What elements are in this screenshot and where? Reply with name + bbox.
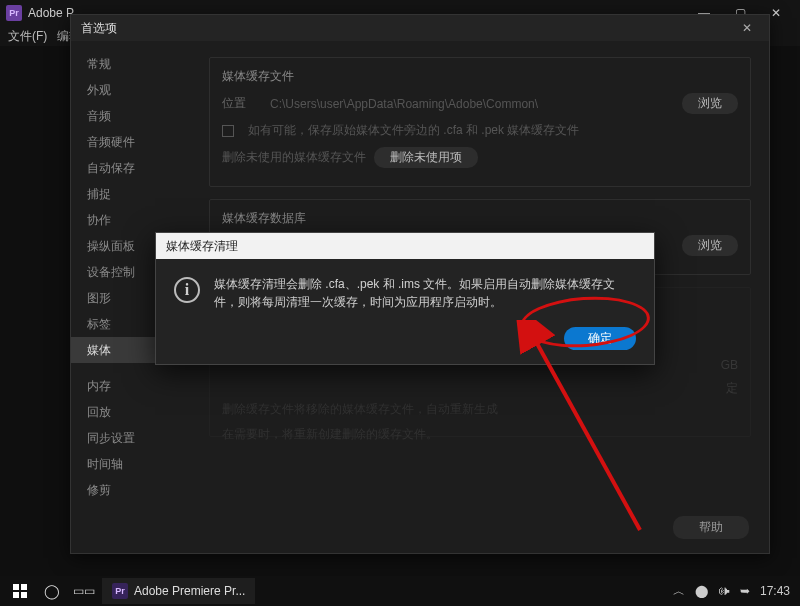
- sidebar-item-audio[interactable]: 音频: [71, 103, 191, 129]
- browse-button[interactable]: 浏览: [682, 93, 738, 114]
- sidebar-item-audio-hardware[interactable]: 音频硬件: [71, 129, 191, 155]
- start-button[interactable]: [6, 577, 34, 605]
- browse-button[interactable]: 浏览: [682, 235, 738, 256]
- note-line: 在需要时，将重新创建删除的缓存文件。: [222, 426, 438, 443]
- alert-message: 媒体缓存清理会删除 .cfa、.pek 和 .ims 文件。如果启用自动删除媒体…: [214, 275, 636, 311]
- sidebar-item-playback[interactable]: 回放: [71, 399, 191, 425]
- ime-icon[interactable]: ➥: [740, 584, 750, 598]
- network-icon[interactable]: ⬤: [695, 584, 708, 598]
- sidebar-item-autosave[interactable]: 自动保存: [71, 155, 191, 181]
- media-cache-clean-dialog: 媒体缓存清理 i 媒体缓存清理会删除 .cfa、.pek 和 .ims 文件。如…: [155, 232, 655, 365]
- location-label: 位置: [222, 95, 262, 112]
- clock[interactable]: 17:43: [760, 584, 790, 598]
- taskbar: ◯ ▭▭ Pr Adobe Premiere Pr... ︿ ⬤ 🕪 ➥ 17:…: [0, 576, 800, 606]
- inline-text: 定: [726, 380, 738, 397]
- delete-unused-label: 删除未使用的媒体缓存文件: [222, 149, 366, 166]
- preferences-close-icon[interactable]: ✕: [735, 21, 759, 35]
- search-icon: ◯: [44, 583, 60, 599]
- sidebar-item-sync[interactable]: 同步设置: [71, 425, 191, 451]
- sidebar-item-memory[interactable]: 内存: [71, 373, 191, 399]
- gb-label: GB: [721, 358, 738, 372]
- preferences-title: 首选项: [81, 20, 117, 37]
- svg-rect-4: [21, 592, 27, 598]
- windows-icon: [13, 584, 27, 598]
- system-tray: ︿ ⬤ 🕪 ➥ 17:43: [673, 583, 794, 600]
- premiere-icon: Pr: [6, 5, 22, 21]
- alert-titlebar: 媒体缓存清理: [156, 233, 654, 259]
- sidebar-item-collab[interactable]: 协作: [71, 207, 191, 233]
- sidebar-item-appearance[interactable]: 外观: [71, 77, 191, 103]
- taskview-button[interactable]: ▭▭: [70, 577, 98, 605]
- menu-file[interactable]: 文件(F): [8, 28, 47, 45]
- premiere-icon: Pr: [112, 583, 128, 599]
- svg-rect-3: [13, 592, 19, 598]
- alert-title: 媒体缓存清理: [166, 238, 238, 255]
- app-root: Pr Adobe P — ▢ ✕ 文件(F) 编辑 首选项 ✕ 常规 外观 音频…: [0, 0, 800, 606]
- section-title: 媒体缓存数据库: [222, 210, 738, 227]
- search-button[interactable]: ◯: [38, 577, 66, 605]
- info-icon: i: [174, 277, 200, 303]
- dialog-footer: 帮助: [673, 516, 749, 539]
- save-next-to-media-checkbox[interactable]: [222, 125, 234, 137]
- taskview-icon: ▭▭: [73, 584, 95, 598]
- checkbox-label: 如有可能，保存原始媒体文件旁边的 .cfa 和 .pek 媒体缓存文件: [248, 122, 579, 139]
- tray-chevron-icon[interactable]: ︿: [673, 583, 685, 600]
- sidebar-item-timeline[interactable]: 时间轴: [71, 451, 191, 477]
- sidebar-item-general[interactable]: 常规: [71, 51, 191, 77]
- sidebar-item-trim[interactable]: 修剪: [71, 477, 191, 503]
- delete-unused-button[interactable]: 删除未使用项: [374, 147, 478, 168]
- sound-icon[interactable]: 🕪: [718, 584, 730, 598]
- ok-button[interactable]: 确定: [564, 327, 636, 350]
- help-button[interactable]: 帮助: [673, 516, 749, 539]
- preferences-titlebar: 首选项 ✕: [71, 15, 769, 41]
- cache-files-path: C:\Users\user\AppData\Roaming\Adobe\Comm…: [270, 97, 674, 111]
- section-title: 媒体缓存文件: [222, 68, 738, 85]
- note-line: 删除缓存文件将移除的媒体缓存文件，自动重新生成: [222, 401, 498, 418]
- taskbar-app-premiere[interactable]: Pr Adobe Premiere Pr...: [102, 578, 255, 604]
- app-title: Adobe P: [28, 6, 74, 20]
- svg-rect-1: [13, 584, 19, 590]
- section-media-cache-files: 媒体缓存文件 位置 C:\Users\user\AppData\Roaming\…: [209, 57, 751, 187]
- taskbar-app-label: Adobe Premiere Pr...: [134, 584, 245, 598]
- sidebar-item-capture[interactable]: 捕捉: [71, 181, 191, 207]
- svg-rect-2: [21, 584, 27, 590]
